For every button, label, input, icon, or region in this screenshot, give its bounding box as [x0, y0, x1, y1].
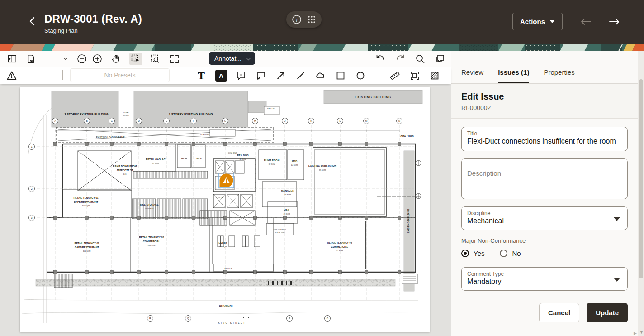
panel-tabs: Review Issues (1) Properties	[451, 51, 644, 84]
preset-selector[interactable]: No Presets	[70, 68, 170, 82]
svg-text:PUMP ROOM: PUMP ROOM	[264, 159, 280, 162]
issue-panel: Review Issues (1) Properties Edit Issue …	[451, 51, 644, 336]
callout-icon	[256, 70, 266, 81]
compare-button[interactable]	[434, 53, 446, 65]
cloud-tool-button[interactable]	[314, 69, 327, 82]
ellipse-tool-button[interactable]	[354, 69, 367, 82]
toolbar-expand-button[interactable]	[62, 53, 70, 65]
mnc-option-yes[interactable]: Yes	[461, 250, 484, 257]
discipline-select[interactable]: Discipline Mechanical	[461, 206, 628, 230]
comment-type-value: Mandatory	[467, 278, 622, 286]
svg-text:ROOM 10M2: ROOM 10M2	[275, 232, 285, 234]
radio-yes[interactable]	[461, 250, 469, 257]
scroll-down-arrow-icon[interactable]: ▼	[639, 330, 644, 335]
tab-issues[interactable]: Issues (1)	[498, 68, 529, 83]
note-tool-button[interactable]	[235, 69, 247, 82]
comment-type-select[interactable]: Comment Type Mandatory	[461, 267, 628, 291]
page-preview-button[interactable]	[24, 53, 37, 65]
scroll-right-arrow-icon[interactable]: ▶	[634, 331, 637, 336]
previous-arrow-icon[interactable]	[580, 17, 592, 26]
mnc-label: Major Non-Conformance	[461, 237, 628, 244]
svg-text:MANAGER: MANAGER	[281, 189, 294, 192]
svg-text:A: A	[54, 120, 56, 122]
svg-text:RES. BINS: RES. BINS	[237, 154, 249, 157]
svg-text:G: G	[224, 120, 226, 122]
issues-filter-button[interactable]	[5, 69, 18, 82]
svg-text:KING STREET: KING STREET	[218, 322, 246, 324]
svg-text:D: D	[138, 120, 140, 122]
line-tool-button[interactable]	[294, 69, 307, 82]
svg-text:BIKE STORAGE: BIKE STORAGE	[140, 203, 159, 206]
issue-pin[interactable]	[219, 173, 234, 188]
svg-text:BALCONY: BALCONY	[267, 108, 276, 110]
actions-button[interactable]: Actions	[512, 13, 563, 30]
radio-no-label: No	[512, 250, 521, 257]
radio-no[interactable]	[500, 250, 507, 257]
tab-review[interactable]: Review	[461, 68, 483, 83]
cancel-button[interactable]: Cancel	[539, 303, 579, 322]
svg-text:AIRLOCK: AIRLOCK	[224, 267, 232, 269]
back-button[interactable]	[27, 15, 38, 28]
description-field[interactable]: Description	[461, 158, 628, 199]
stamp-area-button[interactable]	[408, 69, 421, 82]
hand-pan-icon	[111, 54, 121, 64]
drawing-viewport[interactable]: ABCDEFGHJKLMN123RQPO 3 STOREY EXISTING B…	[0, 84, 451, 336]
marquee-select-button[interactable]	[129, 53, 142, 65]
annotate-mode-select[interactable]: Annotat...	[209, 52, 255, 65]
zoom-in-button[interactable]	[91, 53, 104, 65]
undo-button[interactable]	[374, 53, 387, 65]
info-button[interactable]: i	[292, 14, 302, 24]
next-arrow-icon[interactable]	[609, 17, 620, 26]
svg-text:EXISTING SUBSTATION: EXISTING SUBSTATION	[308, 164, 336, 167]
toggle-panel-button[interactable]	[6, 53, 19, 65]
staging-plan-drawing: ABCDEFGHJKLMN123RQPO 3 STOREY EXISTING B…	[20, 87, 430, 332]
zoom-out-button[interactable]	[76, 53, 88, 65]
svg-text:EXISTING BUILDING: EXISTING BUILDING	[355, 96, 392, 99]
marquee-zoom-icon	[150, 53, 161, 64]
svg-text:LOBBY: LOBBY	[218, 241, 227, 244]
panel-scrollbar[interactable]: ▼	[638, 51, 644, 336]
svg-text:105 SQM: 105 SQM	[219, 245, 227, 248]
svg-text:CAFE/RESTAURANT: CAFE/RESTAURANT	[74, 201, 99, 203]
svg-text:CAFE/RESTAURANT: CAFE/RESTAURANT	[75, 246, 99, 249]
viewer-toolbar: Annotat...	[0, 51, 451, 67]
annotation-toolbar: No Presets T A	[0, 67, 451, 84]
redo-icon	[395, 53, 406, 64]
circle-icon	[355, 70, 366, 81]
rectangle-tool-button[interactable]	[334, 69, 347, 82]
toolbar-divider	[62, 70, 63, 80]
fullscreen-button[interactable]	[168, 53, 181, 65]
tab-properties[interactable]: Properties	[544, 68, 574, 83]
callout-tool-button[interactable]	[255, 69, 267, 82]
measure-tool-button[interactable]	[388, 69, 401, 82]
svg-text:M: M	[365, 120, 368, 122]
pan-tool-button[interactable]	[109, 53, 122, 65]
app-grid-button[interactable]	[307, 15, 316, 24]
mnc-option-no[interactable]: No	[500, 250, 521, 257]
annotate-mode-label: Annotat...	[214, 55, 242, 62]
svg-text:105 SQM: 105 SQM	[148, 244, 156, 246]
panel-toggle-icon	[7, 54, 17, 64]
search-button[interactable]	[414, 53, 426, 65]
toolbar-divider	[379, 70, 379, 80]
text-style-button[interactable]: A	[215, 69, 227, 82]
scrollbar-thumb[interactable]	[639, 79, 643, 278]
svg-text:FIRE CONTROL: FIRE CONTROL	[274, 229, 286, 231]
text-tool-button[interactable]: T	[195, 69, 208, 82]
title-field[interactable]: Title Flexi-Duct connections insufficent…	[461, 127, 628, 151]
update-button[interactable]: Update	[587, 303, 628, 322]
hatch-fill-button[interactable]	[428, 69, 441, 82]
svg-text:WC F: WC F	[196, 158, 202, 160]
zoom-out-icon	[76, 53, 87, 64]
arrow-tool-button[interactable]	[275, 69, 287, 82]
svg-text:B: B	[86, 120, 88, 122]
chevron-down-icon	[549, 20, 555, 23]
preset-placeholder: No Presets	[104, 72, 135, 79]
viewer-column: Annotat...	[0, 51, 451, 336]
marquee-zoom-button[interactable]	[149, 53, 161, 65]
svg-text:RAMP DOWN FROM: RAMP DOWN FROM	[113, 165, 137, 168]
svg-text:85 SQM: 85 SQM	[319, 169, 326, 171]
redo-button[interactable]	[394, 53, 407, 65]
title-field-label: Title	[467, 130, 622, 137]
svg-text:51 SQM: 51 SQM	[336, 250, 343, 252]
